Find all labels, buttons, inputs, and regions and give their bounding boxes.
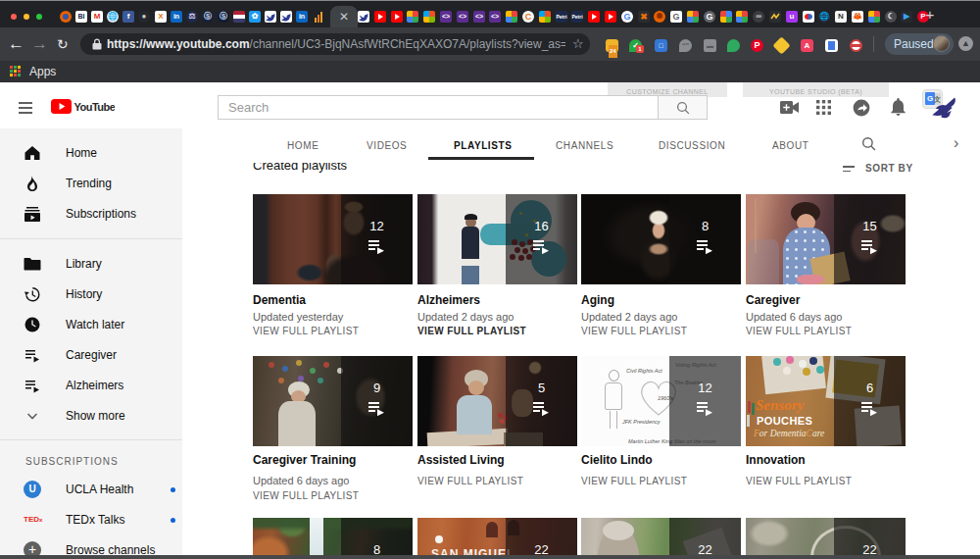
svg-text:YouTube: YouTube	[74, 101, 116, 113]
